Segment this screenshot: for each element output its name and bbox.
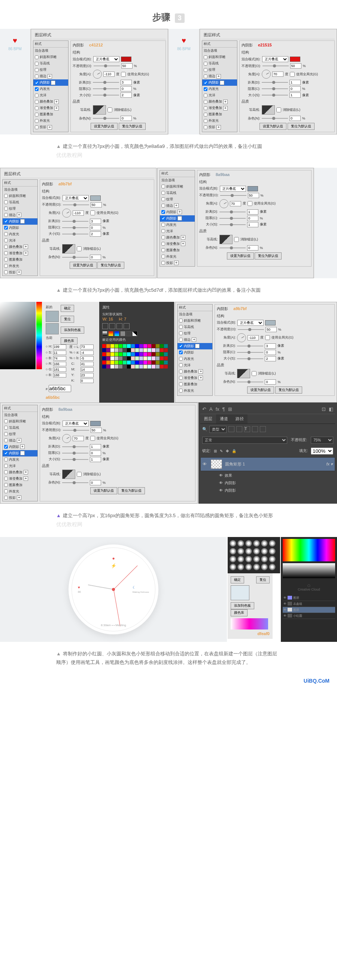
style-item[interactable]: 图案叠加 <box>160 247 195 253</box>
style-inner-shadow[interactable]: 内阴影+ <box>202 80 237 86</box>
cb[interactable] <box>204 94 207 97</box>
color-swatch[interactable] <box>119 352 122 356</box>
size-input[interactable] <box>121 92 132 98</box>
brush-preset[interactable] <box>229 540 236 547</box>
input[interactable] <box>90 255 101 260</box>
cb[interactable] <box>4 239 8 242</box>
color-swatch[interactable] <box>102 356 106 360</box>
input[interactable] <box>91 428 102 433</box>
brush-preset[interactable] <box>261 540 268 547</box>
brush-preset[interactable] <box>245 540 252 547</box>
add-icon[interactable]: + <box>24 251 28 255</box>
color-swatch[interactable] <box>160 348 164 352</box>
slider[interactable] <box>219 224 246 225</box>
select[interactable]: 正片叠底 <box>220 186 246 192</box>
cb[interactable] <box>179 357 183 361</box>
input[interactable] <box>247 245 258 251</box>
slider[interactable] <box>262 88 288 89</box>
add-icon[interactable]: + <box>48 125 52 130</box>
cb[interactable] <box>4 232 8 236</box>
contour-picker[interactable] <box>62 244 75 253</box>
color-swatch[interactable] <box>152 344 156 348</box>
input[interactable] <box>73 210 84 216</box>
style-item[interactable]: 渐变叠加+ <box>178 375 212 381</box>
blend-mode-select[interactable]: 正片叠底 <box>93 56 119 62</box>
value-spectrum[interactable] <box>283 563 335 578</box>
cb[interactable] <box>4 251 8 255</box>
cb[interactable] <box>161 242 165 246</box>
color-swatch[interactable] <box>110 344 114 348</box>
angle-input[interactable] <box>103 72 114 77</box>
cb[interactable] <box>35 100 38 104</box>
cb[interactable] <box>161 210 165 214</box>
blend-options[interactable]: 混合选项 <box>202 48 237 54</box>
reset-default-button[interactable]: 复位为默认值 <box>288 123 315 130</box>
cb[interactable] <box>35 56 38 59</box>
slider[interactable] <box>262 65 289 66</box>
k-input[interactable] <box>81 379 94 383</box>
blend-options[interactable]: 混合选项 <box>178 311 212 318</box>
color-swatch[interactable] <box>152 356 156 360</box>
style-item[interactable]: 外发光 <box>178 388 212 394</box>
color-swatch[interactable] <box>131 352 135 356</box>
cb[interactable] <box>161 204 165 207</box>
color-lib-button[interactable]: 颜色库 <box>230 609 248 616</box>
input[interactable] <box>90 457 101 462</box>
cb[interactable] <box>204 100 207 104</box>
style-stroke[interactable]: 描边+ <box>202 73 237 80</box>
style-color-overlay[interactable]: 颜色叠加+ <box>202 99 237 105</box>
slider[interactable] <box>62 446 88 447</box>
style-item[interactable]: 斜面和浮雕 <box>178 318 212 324</box>
style-item[interactable]: 图案叠加 <box>3 482 37 488</box>
color-swatch[interactable] <box>123 356 127 360</box>
filter-type-icon[interactable]: T <box>244 426 250 432</box>
filter-pixel-icon[interactable] <box>229 426 234 432</box>
style-item[interactable]: 等高线 <box>3 199 37 205</box>
cb[interactable] <box>77 472 82 477</box>
color-swatch[interactable] <box>110 361 114 364</box>
cb[interactable] <box>4 432 8 436</box>
style-inner-shadow[interactable]: 内阴影+ <box>33 80 68 86</box>
cb[interactable] <box>35 126 38 129</box>
shape-icon[interactable] <box>116 323 122 329</box>
r-input[interactable] <box>53 362 66 366</box>
input[interactable] <box>247 209 258 215</box>
color-swatch[interactable] <box>156 356 159 360</box>
input[interactable] <box>265 379 276 385</box>
saturation-box[interactable] <box>0 302 36 369</box>
cb[interactable] <box>4 270 8 274</box>
add-icon[interactable]: + <box>54 106 59 110</box>
collapse-icon[interactable]: ◧ <box>329 406 333 412</box>
angle-control[interactable] <box>219 199 229 208</box>
brush-preset[interactable] <box>229 563 236 570</box>
choke-slider[interactable] <box>93 88 119 89</box>
color-swatch[interactable] <box>164 344 168 348</box>
color-swatch[interactable] <box>156 344 159 348</box>
contour-picker[interactable] <box>237 369 250 378</box>
color-swatch[interactable] <box>114 356 118 360</box>
brush-preset[interactable] <box>237 540 244 547</box>
cb[interactable] <box>4 464 8 468</box>
color-swatch[interactable] <box>110 356 114 360</box>
cb[interactable] <box>4 490 8 493</box>
style-pattern-overlay[interactable]: 图案叠加 <box>33 111 68 118</box>
cb[interactable] <box>204 107 207 110</box>
color-swatch[interactable] <box>107 344 110 348</box>
color-swatch[interactable] <box>160 365 164 369</box>
color-swatch[interactable] <box>152 348 156 352</box>
cb[interactable] <box>90 210 95 215</box>
brush-preset[interactable] <box>261 563 268 570</box>
color-swatch[interactable] <box>139 348 143 352</box>
brush-preset[interactable] <box>245 556 252 562</box>
add-icon[interactable]: + <box>20 444 25 449</box>
add-icon[interactable]: + <box>195 344 200 348</box>
contour-picker[interactable] <box>93 105 106 115</box>
cb[interactable] <box>4 477 8 480</box>
cb[interactable] <box>161 197 165 201</box>
cb[interactable] <box>204 119 207 123</box>
add-icon[interactable]: + <box>17 213 21 217</box>
cb[interactable] <box>35 113 38 116</box>
style-color-overlay[interactable]: 颜色叠加+ <box>33 99 68 105</box>
opacity-slider[interactable] <box>94 65 120 66</box>
cb[interactable] <box>248 201 253 206</box>
